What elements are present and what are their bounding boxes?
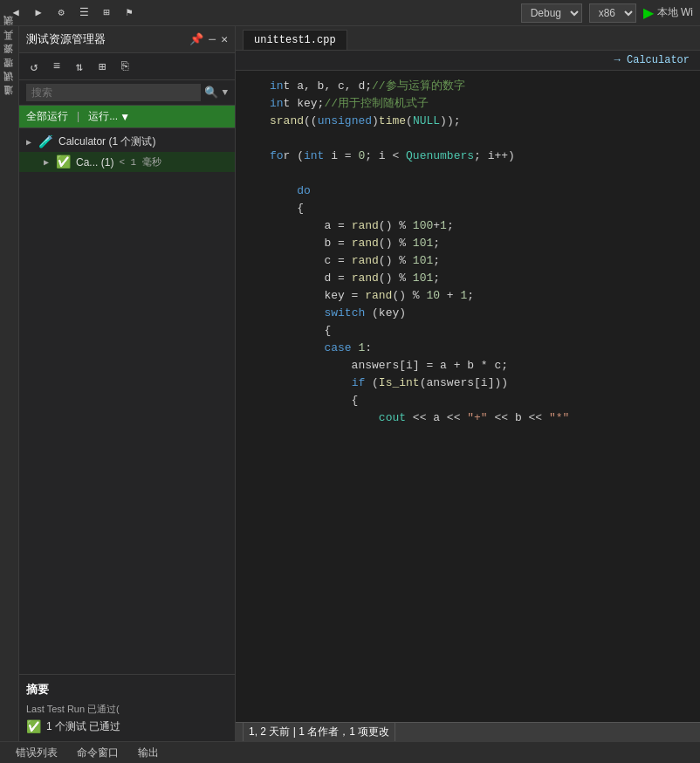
expand-arrow-icon: ▶: [26, 137, 31, 148]
code-text: switch (key): [270, 305, 406, 322]
test-panel-header: 测试资源管理器 📌 ─ ✕: [19, 26, 235, 53]
code-text: answers[i] = a + b * c;: [270, 357, 508, 375]
run-button-label: 本地 Wi: [657, 5, 693, 20]
run-all-button[interactable]: 全部运行: [26, 109, 68, 124]
search-dropdown-icon[interactable]: ▼: [222, 87, 228, 98]
forward-icon[interactable]: ▶: [30, 4, 47, 22]
platform-select[interactable]: x86: [589, 3, 636, 23]
test-explorer-panel: 测试资源管理器 📌 ─ ✕ ↺ ≡ ⇅ ⊞ ⎘ 🔍 ▼ 全部运行 | 运行...…: [19, 26, 236, 741]
code-line: for (int i = 0; i < Quenumbers; i++): [236, 148, 700, 165]
code-line: do: [236, 182, 700, 200]
test-sub-ca[interactable]: ▶ ✅ Ca... (1) < 1 毫秒: [19, 152, 235, 172]
summary-pass-icon: ✅: [26, 719, 41, 734]
search-input[interactable]: [26, 84, 201, 101]
back-icon[interactable]: ◀: [7, 4, 24, 22]
refresh-icon[interactable]: ↺: [24, 57, 44, 76]
code-breadcrumb: → Calculator: [236, 51, 700, 71]
list-icon[interactable]: ≡: [47, 57, 66, 76]
code-text: c = rand() % 101;: [270, 252, 440, 270]
pin-icon[interactable]: 📌: [189, 32, 203, 46]
command-window-tab[interactable]: 命令窗口: [68, 743, 127, 763]
code-line: a = rand() % 100+1;: [236, 217, 700, 235]
code-line: key = rand() % 10 + 1;: [236, 287, 700, 305]
code-line: [236, 130, 700, 148]
run-some-button[interactable]: 运行... ▼: [88, 109, 130, 124]
code-text: do: [270, 182, 311, 200]
code-text: int a, b, c, d;//参与运算的数字: [270, 78, 465, 95]
code-line: c = rand() % 101;: [236, 252, 700, 270]
run-play-icon: ▶: [643, 4, 654, 21]
git-info: 1, 2 天前 | 1 名作者，1 项更改: [243, 722, 395, 741]
code-line: srand((unsigned)time(NULL));: [236, 113, 700, 130]
code-line: {: [236, 200, 700, 217]
code-line: switch (key): [236, 305, 700, 322]
window-icon[interactable]: ⊞: [98, 4, 115, 22]
flag-icon[interactable]: ⚑: [120, 4, 138, 22]
ca-label: Ca... (1): [76, 156, 113, 168]
git-status-bar: 1, 2 天前 | 1 名作者，1 项更改: [236, 722, 700, 741]
code-line: {: [236, 392, 700, 409]
test-file-icon: 🧪: [38, 134, 53, 149]
sidebar-tab-5[interactable]: 调试: [0, 82, 18, 96]
error-list-tab[interactable]: 错误列表: [7, 743, 66, 763]
code-text: b = rand() % 101;: [270, 235, 440, 252]
test-tree: ▶ 🧪 Calculator (1 个测试) ▶ ✅ Ca... (1) < 1…: [19, 128, 235, 674]
menu-icon[interactable]: ☰: [75, 4, 93, 22]
code-line: d = rand() % 101;: [236, 270, 700, 287]
debug-config-select[interactable]: Debug: [521, 3, 582, 23]
columns-icon[interactable]: ⊞: [93, 57, 112, 76]
summary-result: ✅ 1 个测试 已通过: [26, 719, 228, 734]
search-bar: 🔍 ▼: [19, 80, 235, 106]
run-button[interactable]: ▶ 本地 Wi: [643, 4, 693, 21]
sidebar-tab-2[interactable]: 工具: [0, 40, 18, 54]
gear-icon[interactable]: ⚙: [52, 4, 70, 22]
calculator-test-label: Calculator (1 个测试): [58, 134, 155, 149]
code-editor-area: unittest1.cpp → Calculator int a, b, c, …: [236, 26, 700, 741]
header-action-icons: 📌 ─ ✕: [189, 32, 228, 46]
code-text: srand((unsigned)time(NULL));: [270, 113, 461, 130]
code-text: cout << a << "+" << b << "*": [270, 409, 569, 427]
code-line: answers[i] = a + b * c;: [236, 357, 700, 375]
sidebar-tab-1[interactable]: 测试: [0, 26, 18, 40]
top-toolbar: ◀ ▶ ⚙ ☰ ⊞ ⚑ Debug x86 ▶ 本地 Wi: [0, 0, 700, 26]
output-tab[interactable]: 输出: [129, 743, 168, 763]
toolbar-icons: ◀ ▶ ⚙ ☰ ⊞ ⚑: [7, 4, 138, 22]
code-text: [270, 165, 277, 182]
code-text: for (int i = 0; i < Quenumbers; i++): [270, 148, 515, 165]
test-tree-calculator[interactable]: ▶ 🧪 Calculator (1 个测试): [19, 132, 235, 152]
run-buttons-bar: 全部运行 | 运行... ▼: [19, 106, 235, 128]
code-line: int key;//用于控制随机式子: [236, 95, 700, 113]
code-text: int key;//用于控制随机式子: [270, 95, 429, 113]
sidebar-tab-6[interactable]: 通道: [0, 96, 18, 110]
summary-title: 摘要: [26, 682, 228, 698]
sidebar-tab-3[interactable]: 资源: [0, 54, 18, 68]
code-content[interactable]: int a, b, c, d;//参与运算的数字 int key;//用于控制随…: [236, 71, 700, 722]
code-tab-bar: unittest1.cpp: [236, 26, 700, 51]
code-text: if (Is_int(answers[i])): [270, 375, 508, 392]
code-line: if (Is_int(answers[i])): [236, 375, 700, 392]
separator: |: [75, 111, 81, 123]
code-text: key = rand() % 10 + 1;: [270, 287, 474, 305]
summary-section: 摘要 Last Test Run 已通过( ✅ 1 个测试 已通过: [19, 674, 235, 741]
run-some-label: 运行...: [88, 109, 118, 124]
close-icon[interactable]: ✕: [221, 32, 228, 46]
sidebar-tab-4[interactable]: 管理: [0, 68, 18, 82]
test-pass-icon: ✅: [56, 155, 71, 169]
test-panel-title: 测试资源管理器: [26, 31, 106, 47]
code-text: [270, 130, 277, 148]
code-text: {: [270, 392, 358, 409]
copy-icon[interactable]: ⎘: [115, 57, 134, 76]
code-line: int a, b, c, d;//参与运算的数字: [236, 78, 700, 95]
summary-pass-text: 1 个测试 已通过: [46, 719, 120, 734]
minimize-icon[interactable]: ─: [209, 33, 216, 46]
code-line: {: [236, 322, 700, 340]
summary-last-run: Last Test Run 已通过(: [26, 703, 228, 716]
code-text: {: [270, 200, 304, 217]
code-line: b = rand() % 101;: [236, 235, 700, 252]
ca-time: < 1 毫秒: [119, 155, 161, 168]
main-layout: 测试 工具 资源 管理 调试 通道 测试资源管理器 📌 ─ ✕ ↺ ≡ ⇅ ⊞ …: [0, 26, 700, 741]
run-some-dropdown-icon: ▼: [120, 111, 130, 123]
code-text: {: [270, 322, 331, 340]
code-tab-unittest[interactable]: unittest1.cpp: [243, 30, 347, 50]
sort-icon[interactable]: ⇅: [70, 57, 89, 76]
